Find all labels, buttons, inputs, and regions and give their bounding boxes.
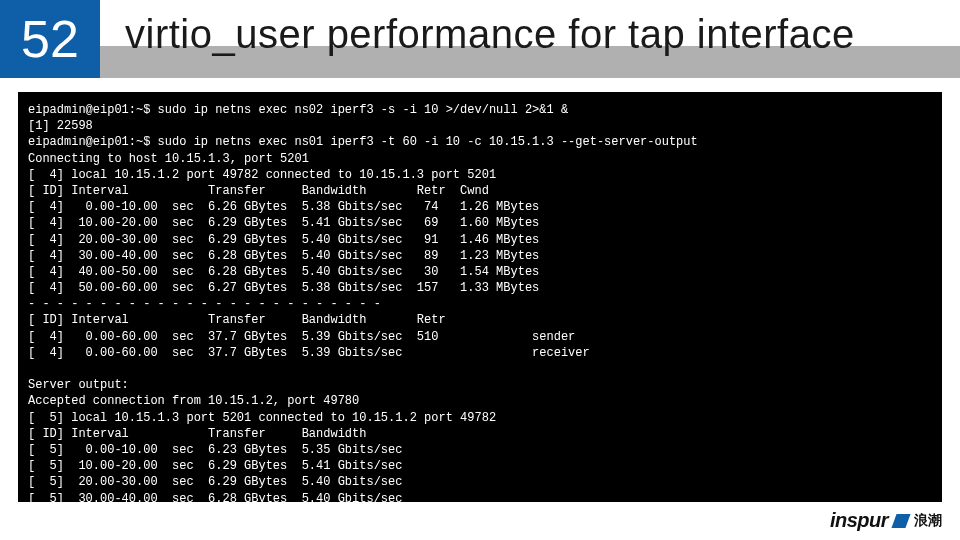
- slide-header: 52 virtio_user performance for tap inter…: [0, 0, 960, 78]
- logo-cn: 浪潮: [914, 512, 942, 530]
- slide-number-box: 52: [0, 0, 100, 78]
- logo-text: inspur: [830, 509, 888, 532]
- slide-title: virtio_user performance for tap interfac…: [125, 12, 855, 57]
- slide-number: 52: [21, 9, 79, 69]
- logo-mark-icon: [891, 514, 910, 528]
- slide: 52 virtio_user performance for tap inter…: [0, 0, 960, 540]
- terminal-output: eipadmin@eip01:~$ sudo ip netns exec ns0…: [18, 92, 942, 502]
- brand-logo: inspur 浪潮: [830, 509, 942, 532]
